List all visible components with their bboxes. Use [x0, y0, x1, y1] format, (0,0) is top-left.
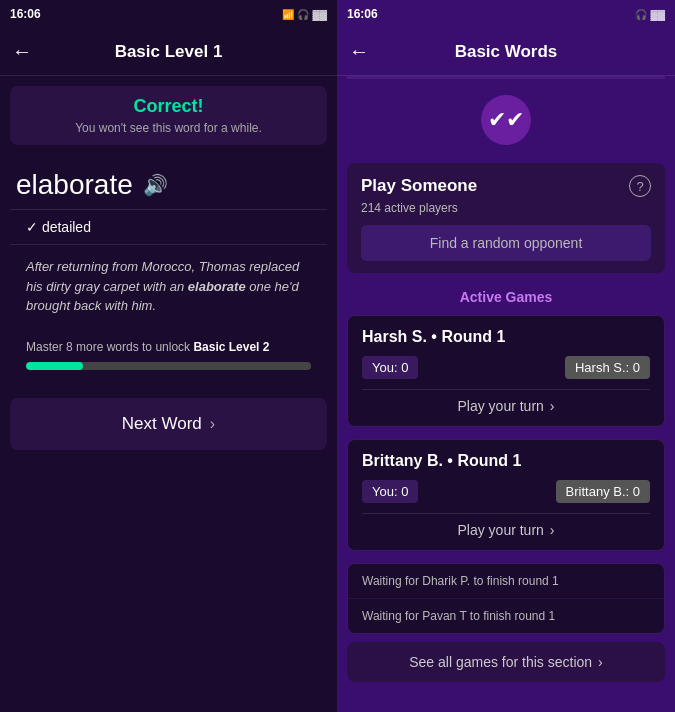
- right-header: ← Basic Words: [337, 28, 675, 76]
- see-all-chevron: ›: [598, 654, 603, 670]
- play-turn-2-label: Play your turn: [457, 522, 543, 538]
- see-all-button[interactable]: See all games for this section ›: [347, 642, 665, 682]
- help-icon[interactable]: ?: [629, 175, 651, 197]
- right-status-icons: 🎧 ▓▓: [635, 9, 665, 20]
- definition-text: ✓ detailed: [26, 219, 91, 235]
- active-games-label: Active Games: [337, 281, 675, 309]
- progress-label: Master 8 more words to unlock Basic Leve…: [26, 340, 311, 354]
- game-card-2: Brittany B. • Round 1 You: 0 Brittany B.…: [347, 439, 665, 551]
- left-status-icons: 📶 🎧 ▓▓: [282, 9, 327, 20]
- see-all-label: See all games for this section: [409, 654, 592, 670]
- headphone-icon: 🎧: [297, 9, 309, 20]
- play-someone-header: Play Someone ?: [361, 175, 651, 197]
- logo-section: ✔✔: [337, 79, 675, 155]
- game-card-1: Harsh S. • Round 1 You: 0 Harsh S.: 0 Pl…: [347, 315, 665, 427]
- correct-banner: Correct! You won't see this word for a w…: [10, 86, 327, 145]
- play-turn-2-chevron: ›: [550, 522, 555, 538]
- game-card-2-play-turn[interactable]: Play your turn ›: [362, 513, 650, 538]
- progress-text: Master 8 more words to unlock: [26, 340, 193, 354]
- next-word-button[interactable]: Next Word ›: [10, 398, 327, 450]
- game-card-1-play-turn[interactable]: Play your turn ›: [362, 389, 650, 414]
- left-header: ← Basic Level 1: [0, 28, 337, 76]
- right-headphone-icon: 🎧: [635, 9, 647, 20]
- right-battery-icon: ▓▓: [650, 9, 665, 20]
- game-card-1-title: Harsh S. • Round 1: [362, 328, 650, 346]
- left-status-bar: 16:06 📶 🎧 ▓▓: [0, 0, 337, 28]
- game-card-1-scores: You: 0 Harsh S.: 0: [362, 356, 650, 379]
- left-panel: 16:06 📶 🎧 ▓▓ ← Basic Level 1 Correct! Yo…: [0, 0, 337, 712]
- game-card-2-title: Brittany B. • Round 1: [362, 452, 650, 470]
- battery-icon: ▓▓: [312, 9, 327, 20]
- game-card-2-your-score: You: 0: [362, 480, 418, 503]
- right-status-bar: 16:06 🎧 ▓▓: [337, 0, 675, 28]
- play-turn-1-label: Play your turn: [457, 398, 543, 414]
- left-time: 16:06: [10, 7, 41, 21]
- game-card-2-opponent-score: Brittany B.: 0: [556, 480, 650, 503]
- logo-icon: ✔✔: [488, 107, 524, 133]
- speaker-icon[interactable]: 🔊: [143, 173, 168, 197]
- right-header-title: Basic Words: [455, 42, 558, 62]
- play-someone-section: Play Someone ? 214 active players Find a…: [347, 163, 665, 273]
- play-someone-title: Play Someone: [361, 176, 477, 196]
- logo-circle: ✔✔: [481, 95, 531, 145]
- word-display: elaborate: [16, 169, 133, 201]
- example-text: After returning from Morocco, Thomas rep…: [26, 259, 299, 313]
- word-section: elaborate 🔊: [0, 155, 337, 209]
- waiting-section: Waiting for Dharik P. to finish round 1 …: [347, 563, 665, 634]
- definition-section: ✓ detailed: [10, 209, 327, 245]
- left-back-button[interactable]: ←: [12, 40, 32, 63]
- game-card-2-scores: You: 0 Brittany B.: 0: [362, 480, 650, 503]
- right-time: 16:06: [347, 7, 378, 21]
- example-section: After returning from Morocco, Thomas rep…: [10, 245, 327, 328]
- correct-text: Correct!: [24, 96, 313, 117]
- right-back-button[interactable]: ←: [349, 40, 369, 63]
- find-opponent-button[interactable]: Find a random opponent: [361, 225, 651, 261]
- play-turn-1-chevron: ›: [550, 398, 555, 414]
- progress-bar-background: [26, 362, 311, 370]
- progress-level: Basic Level 2: [193, 340, 269, 354]
- example-bold-word: elaborate: [188, 279, 246, 294]
- game-card-1-your-score: You: 0: [362, 356, 418, 379]
- correct-subtext: You won't see this word for a while.: [24, 121, 313, 135]
- game-card-1-opponent-score: Harsh S.: 0: [565, 356, 650, 379]
- right-panel: 16:06 🎧 ▓▓ ← Basic Words ✔✔ Play Someone…: [337, 0, 675, 712]
- waiting-item-2: Waiting for Pavan T to finish round 1: [348, 599, 664, 633]
- waiting-item-1: Waiting for Dharik P. to finish round 1: [348, 564, 664, 599]
- active-players-count: 214 active players: [361, 201, 651, 215]
- next-word-label: Next Word: [122, 414, 202, 434]
- progress-bar-fill: [26, 362, 83, 370]
- signal-icon: 📶: [282, 9, 294, 20]
- left-header-title: Basic Level 1: [115, 42, 223, 62]
- progress-section: Master 8 more words to unlock Basic Leve…: [10, 328, 327, 382]
- chevron-right-icon: ›: [210, 415, 215, 433]
